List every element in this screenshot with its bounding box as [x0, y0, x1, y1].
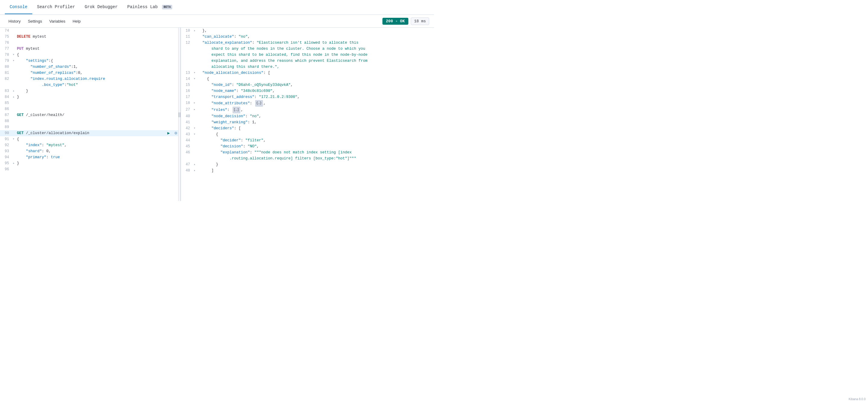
- toolbar: History Settings Variables Help 200 - OK…: [0, 15, 434, 28]
- tab-search-profiler[interactable]: Search Profiler: [32, 0, 80, 14]
- table-row: 83 ▴ }: [0, 88, 181, 94]
- tab-painless-lab[interactable]: Painless Lab BETA: [122, 0, 177, 14]
- line-number: 40: [181, 113, 194, 119]
- line-number: 81: [0, 70, 13, 76]
- panel-splitter[interactable]: ‖: [178, 28, 181, 201]
- table-row: shard to any of the nodes in the cluster…: [181, 46, 434, 52]
- fold-button[interactable]: ▴: [194, 28, 198, 34]
- code-content: "roles": […],: [198, 107, 434, 113]
- table-row: 13 ▾ "node_allocation_decisions": [: [181, 70, 434, 76]
- code-content: "primary": true: [17, 154, 181, 160]
- code-content: "decision": "NO",: [198, 143, 434, 149]
- code-content: "weight_ranking": 1,: [198, 119, 434, 125]
- code-content: "transport_address": "172.21.0.2:9300",: [198, 94, 434, 100]
- fold-button[interactable]: ▴: [194, 162, 198, 168]
- fold-button[interactable]: ▸: [194, 107, 198, 113]
- line-number: 87: [0, 112, 13, 118]
- line-number: 46: [181, 149, 194, 156]
- code-content: "node_decision": "no",: [198, 113, 434, 119]
- table-row: 15 "node_id": "D6ah4-_oQ5ynuEy33dqvkA",: [181, 82, 434, 88]
- line-number: 83: [0, 88, 13, 94]
- variables-button[interactable]: Variables: [45, 17, 69, 25]
- tab-grok-debugger[interactable]: Grok Debugger: [80, 0, 122, 14]
- line-number: 85: [0, 100, 13, 106]
- table-row: .routing.allocation.require] filters [bo…: [181, 156, 434, 162]
- table-row: 81 "number_of_replicas":0,: [0, 70, 181, 76]
- editor-code-area[interactable]: 74 75 DELETE mytest 76 77 PUT mytest: [0, 28, 181, 201]
- code-content: "index.routing.allocation.require: [17, 76, 181, 82]
- line-number: 79: [0, 58, 13, 64]
- code-content: }: [17, 160, 181, 166]
- tab-console[interactable]: Console: [5, 0, 32, 14]
- fold-button[interactable]: ▾: [194, 76, 198, 82]
- table-row: 78 ▾ {: [0, 52, 181, 58]
- table-row: 88: [0, 118, 181, 124]
- code-content: expect this shard to be allocated, find …: [198, 52, 434, 58]
- history-button[interactable]: History: [5, 17, 24, 25]
- code-content: "index": "mytest",: [17, 142, 181, 148]
- code-content: "node_id": "D6ah4-_oQ5ynuEy33dqvkA",: [198, 82, 434, 88]
- line-number: 14: [181, 76, 194, 82]
- fold-button[interactable]: ▴: [13, 88, 17, 94]
- line-number: 90: [0, 130, 13, 136]
- table-row: 17 "transport_address": "172.21.0.2:9300…: [181, 94, 434, 100]
- fold-button[interactable]: ▸: [194, 100, 198, 106]
- line-number: 92: [0, 142, 13, 148]
- fold-button[interactable]: ▾: [13, 58, 17, 64]
- fold-button[interactable]: ▴: [194, 168, 198, 174]
- fold-button[interactable]: ▾: [194, 70, 198, 76]
- line-number: 89: [0, 124, 13, 130]
- beta-badge: BETA: [162, 5, 172, 9]
- table-row: 95 ▴ }: [0, 160, 181, 166]
- table-row: 44 "decider": "filter",: [181, 137, 434, 143]
- table-row: 42 ▾ "deciders": [: [181, 125, 434, 131]
- line-number: 27: [181, 107, 194, 113]
- code-content: "shard": 0,: [17, 148, 181, 154]
- line-number: 16: [181, 88, 194, 94]
- line-number: 84: [0, 94, 13, 100]
- table-row: 40 "node_decision": "no",: [181, 113, 434, 119]
- docs-icon[interactable]: ⚙: [173, 130, 179, 136]
- code-content: },: [198, 28, 434, 34]
- line-number: 80: [0, 64, 13, 70]
- line-number: 94: [0, 154, 13, 160]
- code-content: "deciders": [: [198, 125, 434, 131]
- line-number: 96: [0, 166, 13, 172]
- fold-button[interactable]: ▴: [13, 94, 17, 100]
- run-icon[interactable]: ▶: [165, 130, 172, 136]
- line-number: 77: [0, 46, 13, 52]
- code-content: "allocate_explanation": "Elasticsearch i…: [198, 40, 434, 46]
- table-row: 12 "allocate_explanation": "Elasticsearc…: [181, 40, 434, 46]
- fold-button[interactable]: ▴: [13, 160, 17, 166]
- table-row: 92 "index": "mytest",: [0, 142, 181, 148]
- fold-button[interactable]: ▾: [194, 125, 198, 131]
- line-number: 17: [181, 94, 194, 100]
- settings-button[interactable]: Settings: [24, 17, 45, 25]
- code-content: {: [198, 76, 434, 82]
- collapsed-array-badge[interactable]: […]: [232, 107, 240, 113]
- table-row: expect this shard to be allocated, find …: [181, 52, 434, 58]
- code-content: }: [17, 94, 181, 100]
- code-content: "decider": "filter",: [198, 137, 434, 143]
- line-number: 12: [181, 40, 194, 46]
- table-row: 80 "number_of_shards":1,: [0, 64, 181, 70]
- code-content: .routing.allocation.require] filters [bo…: [198, 156, 434, 162]
- table-row: 79 ▾ "settings":{: [0, 58, 181, 64]
- line-number: 91: [0, 136, 13, 142]
- table-row: 41 "weight_ranking": 1,: [181, 119, 434, 125]
- response-code-area[interactable]: 10 ▴ }, 11 "can_allocate": "no", 12 "all…: [181, 28, 434, 201]
- line-number: 95: [0, 160, 13, 166]
- help-button[interactable]: Help: [69, 17, 85, 25]
- fold-button[interactable]: ▾: [13, 136, 17, 142]
- code-content: "node_name": "348c0c81c690",: [198, 88, 434, 94]
- table-row: 45 "decision": "NO",: [181, 143, 434, 149]
- line-number: 82: [0, 76, 13, 82]
- fold-button[interactable]: ▾: [194, 131, 198, 137]
- top-nav: Console Search Profiler Grok Debugger Pa…: [0, 0, 434, 15]
- collapsed-object-badge[interactable]: {…}: [255, 100, 263, 107]
- status-badge: 200 - OK: [382, 18, 408, 25]
- table-row: 14 ▾ {: [181, 76, 434, 82]
- fold-button[interactable]: ▾: [13, 52, 17, 58]
- line-number: 43: [181, 131, 194, 137]
- code-content: DELETE mytest: [17, 34, 181, 40]
